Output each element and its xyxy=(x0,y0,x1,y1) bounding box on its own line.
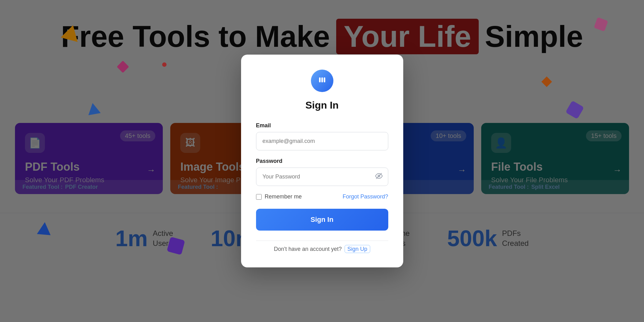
modal-title: Sign In xyxy=(256,100,388,111)
svg-rect-2 xyxy=(324,77,325,82)
password-label: Password xyxy=(256,158,388,164)
signup-link[interactable]: Sign Up xyxy=(345,245,370,253)
modal-backdrop: Sign In Email Password Reme xyxy=(0,0,644,322)
password-group: Password xyxy=(256,158,388,186)
email-input[interactable] xyxy=(256,132,388,150)
password-input[interactable] xyxy=(256,168,388,186)
email-group: Email xyxy=(256,122,388,150)
email-label: Email xyxy=(256,122,388,129)
form-footer: Remember me Forgot Password? xyxy=(256,193,388,200)
modal-divider xyxy=(256,241,388,241)
logo-circle xyxy=(311,70,333,92)
remember-checkbox[interactable] xyxy=(256,194,262,200)
svg-rect-1 xyxy=(321,77,323,82)
password-wrapper xyxy=(256,168,388,186)
forgot-password-link[interactable]: Forgot Password? xyxy=(342,193,388,200)
logo-icon xyxy=(317,74,328,88)
remember-me-label[interactable]: Remember me xyxy=(256,193,302,200)
sign-in-button[interactable]: Sign In xyxy=(256,209,388,231)
svg-rect-0 xyxy=(319,77,321,82)
signup-prompt: Don't have an account yet? Sign Up xyxy=(256,246,388,252)
modal-logo xyxy=(256,70,388,92)
eye-icon[interactable] xyxy=(375,172,383,182)
signin-modal: Sign In Email Password Reme xyxy=(241,55,403,267)
